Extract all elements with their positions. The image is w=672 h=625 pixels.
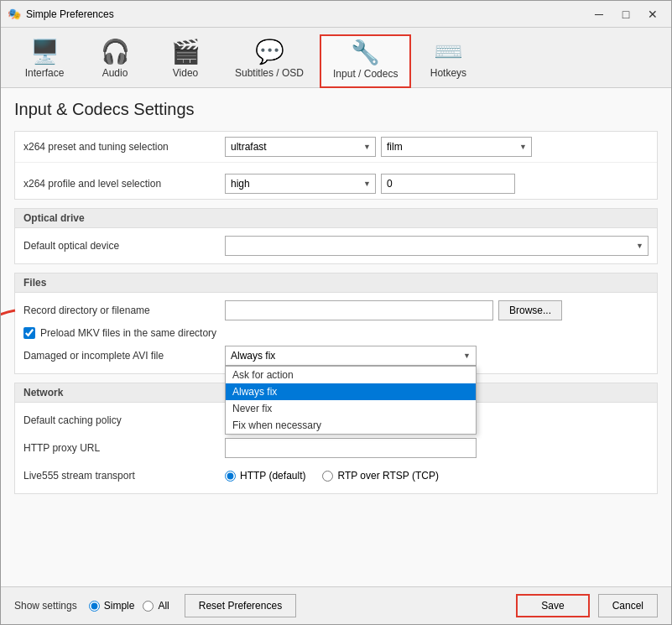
- live555-radio-group: HTTP (default) RTP over RTSP (TCP): [225, 470, 439, 482]
- main-content: Input & Codecs Settings x264 preset and …: [1, 88, 671, 586]
- x264-preset-select[interactable]: ultrafast: [225, 137, 376, 157]
- preload-mkv-row: Preload MKV files in the same directory: [23, 327, 649, 339]
- dropdown-item-fix-when-necessary[interactable]: Fix when necessary: [226, 417, 476, 434]
- live555-rtp-label: RTP over RTSP (TCP): [337, 470, 438, 482]
- live555-http-label: HTTP (default): [240, 470, 305, 482]
- maximize-button[interactable]: □: [614, 5, 638, 23]
- x264-level-input[interactable]: [381, 174, 515, 194]
- show-all-option[interactable]: All: [143, 600, 169, 612]
- optical-device-row: Default optical device: [23, 235, 649, 257]
- window-title: Simple Preferences: [26, 8, 587, 20]
- reset-preferences-button[interactable]: Reset Preferences: [185, 594, 296, 617]
- video-icon: 🎬: [171, 40, 201, 64]
- dropdown-item-ask[interactable]: Ask for action: [226, 367, 476, 383]
- damaged-avi-row: Damaged or incomplete AVI file Always fi…: [23, 345, 649, 367]
- x264-preset-select-wrapper: ultrafast: [225, 137, 376, 157]
- audio-icon: 🎧: [101, 40, 130, 64]
- tab-hotkeys[interactable]: ⌨️ Hotkeys: [414, 34, 482, 87]
- show-all-radio[interactable]: [143, 601, 154, 612]
- save-button[interactable]: Save: [516, 594, 589, 617]
- optical-device-select-wrapper: [225, 236, 649, 256]
- x264-preset-label: x264 preset and tuning selection: [23, 141, 225, 153]
- x264-profile-label: x264 profile and level selection: [23, 178, 225, 190]
- http-proxy-label: HTTP proxy URL: [23, 442, 225, 454]
- show-simple-label: Simple: [104, 600, 135, 612]
- optical-device-control: [225, 236, 649, 256]
- window-controls: ─ □ ✕: [587, 5, 664, 23]
- record-dir-input[interactable]: [225, 300, 493, 320]
- main-window: 🎭 Simple Preferences ─ □ ✕ 🖥️ Interface …: [0, 0, 672, 625]
- app-icon: 🎭: [8, 8, 21, 21]
- input-codecs-icon: 🔧: [351, 41, 380, 65]
- bottom-bar: Show settings Simple All Reset Preferenc…: [1, 586, 671, 624]
- x264-tuning-select[interactable]: film: [381, 137, 532, 157]
- tab-video[interactable]: 🎬 Video: [152, 34, 219, 87]
- damaged-avi-label: Damaged or incomplete AVI file: [23, 350, 225, 362]
- interface-icon: 🖥️: [30, 40, 60, 64]
- http-proxy-row: HTTP proxy URL: [23, 437, 649, 459]
- x264-preset-control: ultrafast film: [225, 137, 649, 157]
- x264-preset-row: x264 preset and tuning selection ultrafa…: [15, 132, 657, 163]
- close-button[interactable]: ✕: [641, 5, 664, 23]
- preload-mkv-label: Preload MKV files in the same directory: [40, 327, 216, 339]
- files-section-body: Record directory or filename Browse... P…: [15, 293, 657, 373]
- x264-profile-row: x264 profile and level selection high: [15, 169, 657, 199]
- tab-hotkeys-label: Hotkeys: [430, 67, 466, 79]
- live555-label: Live555 stream transport: [23, 470, 225, 482]
- caching-policy-label: Default caching policy: [23, 414, 225, 426]
- record-dir-label: Record directory or filename: [23, 305, 225, 316]
- tab-input-codecs-label: Input / Codecs: [333, 68, 398, 80]
- live555-rtp-option[interactable]: RTP over RTSP (TCP): [322, 470, 438, 482]
- tab-audio[interactable]: 🎧 Audio: [81, 34, 148, 87]
- record-dir-control: Browse...: [225, 300, 649, 320]
- title-bar: 🎭 Simple Preferences ─ □ ✕: [1, 1, 671, 28]
- live555-http-radio[interactable]: [225, 471, 236, 482]
- show-simple-radio[interactable]: [89, 601, 100, 612]
- http-proxy-input[interactable]: [225, 438, 477, 458]
- nav-tabs: 🖥️ Interface 🎧 Audio 🎬 Video 💬 Subtitles…: [1, 28, 671, 88]
- tab-video-label: Video: [173, 67, 198, 79]
- damaged-avi-dropdown-menu: Ask for action Always fix Never fix Fix …: [225, 366, 477, 435]
- damaged-avi-dropdown-trigger[interactable]: Always fix: [225, 346, 477, 366]
- show-all-label: All: [158, 600, 169, 612]
- live555-row: Live555 stream transport HTTP (default) …: [23, 465, 649, 487]
- damaged-avi-control: Always fix Ask for action Always fix Nev…: [225, 346, 649, 366]
- optical-section-body: Default optical device: [15, 228, 657, 263]
- optical-section: Optical drive Default optical device: [14, 208, 658, 264]
- x264-profile-select[interactable]: high: [225, 174, 376, 194]
- x264-profile-select-wrapper: high: [225, 174, 376, 194]
- record-dir-row: Record directory or filename Browse...: [23, 299, 649, 321]
- tab-subtitles[interactable]: 💬 Subtitles / OSD: [222, 34, 316, 87]
- files-section-header: Files: [15, 273, 657, 293]
- cancel-button[interactable]: Cancel: [598, 594, 658, 617]
- subtitles-icon: 💬: [255, 40, 284, 64]
- page-title: Input & Codecs Settings: [14, 100, 658, 119]
- tab-input-codecs[interactable]: 🔧 Input / Codecs: [320, 34, 411, 88]
- minimize-button[interactable]: ─: [587, 5, 611, 23]
- optical-device-label: Default optical device: [23, 240, 225, 252]
- x264-tuning-select-wrapper: film: [381, 137, 532, 157]
- dropdown-item-always-fix[interactable]: Always fix: [226, 383, 476, 400]
- http-proxy-control: [225, 438, 649, 458]
- dropdown-item-never-fix[interactable]: Never fix: [226, 400, 476, 417]
- optical-device-select[interactable]: [225, 236, 649, 256]
- tab-audio-label: Audio: [102, 67, 128, 79]
- preload-mkv-checkbox[interactable]: [23, 327, 35, 339]
- tab-interface-label: Interface: [25, 67, 65, 79]
- optical-section-header: Optical drive: [15, 209, 657, 228]
- tab-subtitles-label: Subtitles / OSD: [235, 67, 304, 79]
- x264-section: x264 preset and tuning selection ultrafa…: [14, 131, 658, 200]
- hotkeys-icon: ⌨️: [434, 40, 463, 64]
- x264-profile-control: high: [225, 174, 649, 194]
- live555-rtp-radio[interactable]: [322, 471, 333, 482]
- files-section: Files Record directory or filename Brows…: [14, 273, 658, 374]
- live555-http-option[interactable]: HTTP (default): [225, 470, 305, 482]
- damaged-avi-dropdown-container: Always fix Ask for action Always fix Nev…: [225, 346, 477, 366]
- browse-button[interactable]: Browse...: [498, 300, 562, 320]
- tab-interface[interactable]: 🖥️ Interface: [11, 34, 78, 87]
- live555-control: HTTP (default) RTP over RTSP (TCP): [225, 470, 649, 482]
- show-settings-label: Show settings: [14, 600, 77, 612]
- show-simple-option[interactable]: Simple: [89, 600, 135, 612]
